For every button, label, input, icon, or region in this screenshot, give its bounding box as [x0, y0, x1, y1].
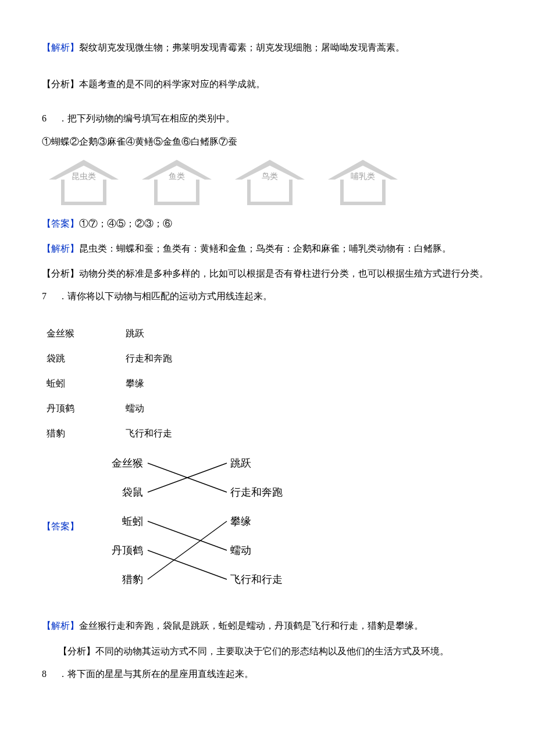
fenxi-label: 【分析】 — [58, 646, 95, 656]
q5-fenxi: 【分析】本题考查的是不同的科学家对应的科学成就。 — [42, 71, 493, 96]
table-row: 袋跳行走和奔跑 — [42, 346, 177, 371]
pair-left: 猎豹 — [42, 421, 121, 446]
q6-fenxi: 【分析】动物分类的标准是多种多样的，比如可以根据是否有脊柱进行分类，也可以根据生… — [42, 261, 493, 286]
q7-number: 7 — [42, 286, 58, 306]
q6-items: ①蝴蝶②企鹅③麻雀④黄鳝⑤金鱼⑥白鳍豚⑦蚕 — [42, 129, 493, 154]
fenxi-text: 不同的动物其运动方式不同，主要取决于它们的形态结构以及他们的生活方式及环境。 — [95, 646, 449, 656]
arrow-label: 昆虫类 — [49, 168, 119, 186]
daan-label: 【答案】 — [42, 516, 79, 536]
q8-prompt-row: 8 ． 将下面的星星与其所在的星座用直线连起来。 — [42, 664, 493, 684]
match-right: 蠕动 — [230, 544, 251, 556]
daan-label: 【答案】 — [42, 218, 79, 228]
match-line — [148, 521, 227, 550]
arrow-box-fish: 鱼类 — [142, 160, 212, 206]
pair-left: 蚯蚓 — [42, 371, 121, 396]
arrow-box-mammal: 哺乳类 — [328, 160, 398, 206]
fenxi-label: 【分析】 — [42, 268, 79, 278]
q8-prompt: 将下面的星星与其所在的星座用直线连起来。 — [67, 664, 254, 684]
q7-fenxi: 【分析】不同的动物其运动方式不同，主要取决于它们的形态结构以及他们的生活方式及环… — [42, 639, 493, 664]
match-line — [148, 521, 227, 579]
fenxi-text: 本题考查的是不同的科学家对应的科学成就。 — [79, 79, 265, 89]
pair-right: 跳跃 — [121, 321, 177, 346]
pair-left: 袋跳 — [42, 346, 121, 371]
q6-dot: ． — [58, 108, 67, 128]
q6-prompt: 把下列动物的编号填写在相应的类别中。 — [67, 108, 235, 128]
pair-left: 丹顶鹤 — [42, 396, 121, 421]
daan-text: ①⑦；④⑤；②③；⑥ — [79, 218, 172, 228]
match-left: 丹顶鹤 — [112, 544, 143, 556]
match-right: 攀缘 — [230, 515, 251, 527]
q6-prompt-row: 6 ． 把下列动物的编号填写在相应的类别中。 — [42, 108, 493, 128]
fenxi-text: 动物分类的标准是多种多样的，比如可以根据是否有脊柱进行分类，也可以根据生殖方式进… — [79, 268, 488, 278]
q7-pair-table: 金丝猴跳跃 袋跳行走和奔跑 蚯蚓攀缘 丹顶鹤蠕动 猎豹飞行和行走 — [42, 321, 177, 446]
q7-jiexi: 【解析】金丝猴行走和奔跑，袋鼠是跳跃，蚯蚓是蠕动，丹顶鹤是飞行和行走，猎豹是攀缘… — [42, 613, 493, 638]
jiexi-text: 金丝猴行走和奔跑，袋鼠是跳跃，蚯蚓是蠕动，丹顶鹤是飞行和行走，猎豹是攀缘。 — [79, 621, 423, 630]
table-row: 金丝猴跳跃 — [42, 321, 177, 346]
table-row: 丹顶鹤蠕动 — [42, 396, 177, 421]
match-diagram: 金丝猴 袋鼠 蚯蚓 丹顶鹤 猎豹 跳跃 行走和奔跑 攀缘 蠕动 飞行和行走 — [102, 450, 312, 601]
match-right: 行走和奔跑 — [230, 486, 283, 498]
fenxi-label: 【分析】 — [42, 79, 79, 89]
pair-right: 行走和奔跑 — [121, 346, 177, 371]
jiexi-label: 【解析】 — [42, 243, 79, 253]
q8-number: 8 — [42, 664, 58, 684]
pair-right: 攀缘 — [121, 371, 177, 396]
jiexi-text: 裂纹胡克发现微生物；弗莱明发现青霉素；胡克发现细胞；屠呦呦发现青蒿素。 — [79, 42, 405, 52]
q7-answer-row: 【答案】 金丝猴 袋鼠 蚯蚓 丹顶鹤 猎豹 跳跃 行走和奔跑 攀缘 蠕动 飞行和… — [42, 450, 493, 601]
match-right: 跳跃 — [230, 457, 251, 469]
q7-prompt: 请你将以下动物与相匹配的运动方式用线连起来。 — [67, 286, 272, 306]
arrow-label: 哺乳类 — [328, 168, 398, 186]
match-left: 蚯蚓 — [122, 515, 143, 527]
arrow-label: 鸟类 — [235, 168, 305, 186]
q8-dot: ． — [58, 664, 67, 684]
q5-jiexi: 【解析】裂纹胡克发现微生物；弗莱明发现青霉素；胡克发现细胞；屠呦呦发现青蒿素。 — [42, 35, 493, 60]
pair-right: 飞行和行走 — [121, 421, 177, 446]
q6-number: 6 — [42, 108, 58, 128]
arrow-row: 昆虫类 鱼类 鸟类 哺乳类 — [49, 160, 493, 206]
arrow-label: 鱼类 — [142, 168, 212, 186]
arrow-box-insect: 昆虫类 — [49, 160, 119, 206]
pair-right: 蠕动 — [121, 396, 177, 421]
match-left: 猎豹 — [122, 574, 143, 585]
jiexi-label: 【解析】 — [42, 42, 79, 52]
arrow-box-bird: 鸟类 — [235, 160, 305, 206]
q7-prompt-row: 7 ． 请你将以下动物与相匹配的运动方式用线连起来。 — [42, 286, 493, 306]
q6-answer: 【答案】①⑦；④⑤；②③；⑥ — [42, 211, 493, 236]
jiexi-label: 【解析】 — [42, 621, 79, 630]
match-right: 飞行和行走 — [230, 574, 283, 585]
match-line — [148, 550, 227, 579]
match-left: 金丝猴 — [112, 457, 143, 469]
jiexi-text: 昆虫类：蝴蝶和蚕；鱼类有：黄鳝和金鱼；鸟类有：企鹅和麻雀；哺乳类动物有：白鳍豚。 — [79, 243, 451, 253]
match-left: 袋鼠 — [122, 486, 143, 498]
pair-left: 金丝猴 — [42, 321, 121, 346]
table-row: 蚯蚓攀缘 — [42, 371, 177, 396]
q7-dot: ． — [58, 286, 67, 306]
table-row: 猎豹飞行和行走 — [42, 421, 177, 446]
q6-jiexi: 【解析】昆虫类：蝴蝶和蚕；鱼类有：黄鳝和金鱼；鸟类有：企鹅和麻雀；哺乳类动物有：… — [42, 236, 493, 261]
